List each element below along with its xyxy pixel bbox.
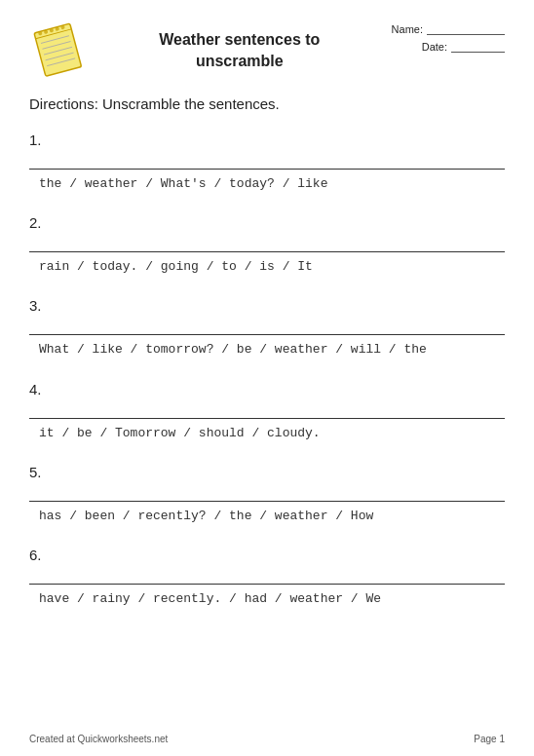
question-5: 5.has / been / recently? / the / weather… [29,464,505,525]
question-number-5: 5. [29,464,505,480]
answer-line-3[interactable] [29,318,505,335]
name-date-area: Name: Date: [392,19,505,58]
footer-right: Page 1 [474,734,505,744]
page-title: Weather sentences to unscramble [88,29,392,73]
page: Weather sentences to unscramble Name: Da… [0,0,534,756]
answer-line-5[interactable] [29,484,505,502]
question-3: 3.What / like / tomorrow? / be / weather… [29,297,505,359]
footer-left: Created at Quickworksheets.net [29,734,168,744]
scrambled-words-2: rain / today. / going / to / is / It [29,258,505,276]
question-number-6: 6. [29,547,505,563]
scrambled-words-6: have / rainy / recently. / had / weather… [29,590,505,608]
question-4: 4.it / be / Tomorrow / should / cloudy. [29,381,505,442]
scrambled-words-3: What / like / tomorrow? / be / weather /… [29,341,505,359]
header: Weather sentences to unscramble Name: Da… [29,19,505,78]
question-6: 6.have / rainy / recently. / had / weath… [29,547,505,608]
scrambled-words-1: the / weather / What's / today? / like [29,175,505,193]
scrambled-words-4: it / be / Tomorrow / should / cloudy. [29,425,505,442]
directions: Directions: Unscramble the sentences. [29,95,505,112]
name-field[interactable] [427,23,505,35]
notebook-icon [29,19,88,78]
name-label: Name: [392,23,423,35]
footer: Created at Quickworksheets.net Page 1 [29,734,505,744]
svg-rect-0 [34,23,82,76]
questions-container: 1.the / weather / What's / today? / like… [29,132,505,608]
answer-line-2[interactable] [29,235,505,252]
date-field[interactable] [451,41,505,53]
answer-line-6[interactable] [29,567,505,585]
question-2: 2.rain / today. / going / to / is / It [29,214,505,276]
answer-line-4[interactable] [29,401,505,419]
question-1: 1.the / weather / What's / today? / like [29,132,505,193]
answer-line-1[interactable] [29,152,505,170]
question-number-1: 1. [29,132,505,148]
date-label: Date: [422,41,447,53]
title-area: Weather sentences to unscramble [88,19,392,73]
scrambled-words-5: has / been / recently? / the / weather /… [29,508,505,525]
question-number-3: 3. [29,297,505,314]
question-number-2: 2. [29,214,505,231]
question-number-4: 4. [29,381,505,397]
